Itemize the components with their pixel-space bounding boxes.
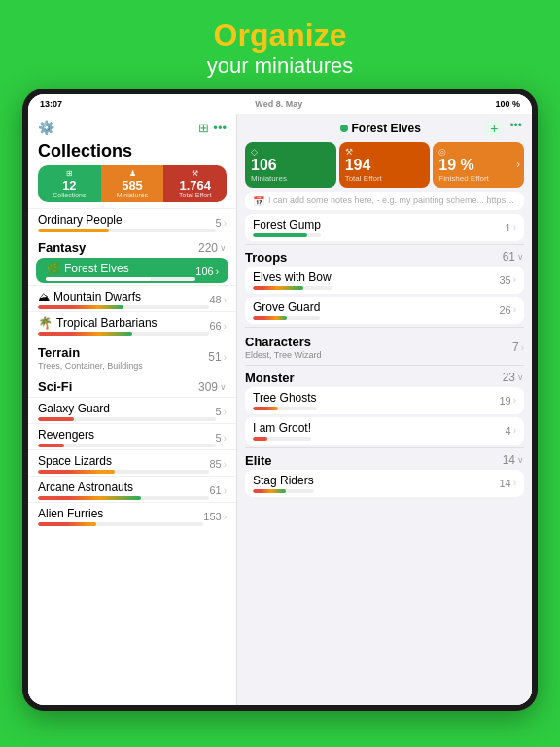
item-content: 🌿 Forest Elves <box>46 262 195 281</box>
chevron-right-icon: › <box>516 158 520 171</box>
hero-subtitle: your miniatures <box>207 53 353 79</box>
item-content: 🌴 Tropical Barbarians <box>38 316 209 336</box>
right-panel: Forest Elves + ••• ◇ 106 Miniatures <box>237 114 532 705</box>
section-count: 7 › <box>512 340 524 354</box>
collections-label: Collections <box>52 192 86 198</box>
section-name: Terrain <box>38 345 80 360</box>
right-item-forest-gump[interactable]: Forest Gump 1 › <box>245 214 524 241</box>
hero-title: Organize <box>207 18 353 53</box>
right-item-grove-guard[interactable]: Grove Guard 26 › <box>245 297 524 324</box>
add-icon[interactable]: + <box>484 119 504 138</box>
item-name: Revengers <box>38 428 216 442</box>
effort-icon: ⚒ <box>192 169 198 178</box>
section-name: Elite <box>245 453 271 468</box>
section-header-scifi[interactable]: Sci-Fi 309 ∨ <box>28 374 236 397</box>
item-count: 26 <box>499 304 510 316</box>
item-count: 5 <box>216 406 222 417</box>
item-content: Space Lizards <box>38 454 209 474</box>
right-item-tree-ghosts[interactable]: Tree Ghosts 19 › <box>245 387 524 414</box>
item-right: 5 › <box>216 406 227 417</box>
left-header-icons: ⚙️ <box>38 120 54 135</box>
item-content: Stag Riders <box>253 474 314 493</box>
tropical-icon: 🌴 <box>38 316 52 330</box>
left-header-right-icons: ⊞ ••• <box>198 121 227 135</box>
list-item-tropical[interactable]: 🌴 Tropical Barbarians 66 › <box>28 311 236 338</box>
item-right: 35 › <box>499 274 516 286</box>
item-name: Elves with Bow <box>253 270 332 284</box>
section-header-monster[interactable]: Monster 23 ∨ <box>245 365 524 387</box>
item-count: 5 <box>216 432 222 444</box>
list-item-arcane[interactable]: Arcane Astronauts 61 › <box>28 476 236 502</box>
progress-fill <box>46 277 151 281</box>
hero-section: Organize your miniatures <box>207 0 353 89</box>
section-header-characters[interactable]: Characters Eldest, Tree Wizard 7 › <box>245 327 524 365</box>
settings-icon[interactable]: ⚙️ <box>38 120 54 135</box>
stat-card-effort: ⚒ 194 Total Effort <box>339 142 431 188</box>
chevron-icon: › <box>224 295 227 305</box>
section-header-fantasy[interactable]: Fantasy 220 ∨ <box>28 234 236 258</box>
section-count: 23 ∨ <box>503 371 524 384</box>
status-time: 13:07 <box>40 99 62 109</box>
item-content: Revengers <box>38 428 216 447</box>
card-number: 194 <box>345 157 425 174</box>
section-count: 220 ∨ <box>198 241 227 255</box>
list-item-forest-elves[interactable]: 🌿 Forest Elves 106 › <box>36 258 228 283</box>
section-count: 14 ∨ <box>503 453 524 467</box>
progress-bar <box>253 407 317 410</box>
more-options-icon[interactable]: ••• <box>509 119 522 138</box>
more-icon[interactable]: ••• <box>213 121 227 135</box>
collection-name: Forest Elves <box>352 122 421 135</box>
section-count: 61 ∨ <box>503 250 524 264</box>
card-label: Miniatures <box>251 174 331 183</box>
list-item-galaxy-guard[interactable]: Galaxy Guard 5 › <box>28 397 236 423</box>
chevron-icon: › <box>224 218 227 229</box>
mountain-icon: ⛰ <box>38 290 50 303</box>
item-content: I am Groot! <box>253 421 311 441</box>
list-item-alien[interactable]: Alien Furries 153 › <box>28 502 236 528</box>
item-count: 4 <box>506 425 511 437</box>
section-header-troops[interactable]: Troops 61 ∨ <box>245 244 524 267</box>
progress-fill <box>38 470 115 474</box>
effort-label: Total Effort <box>179 192 211 198</box>
item-count: 48 <box>209 294 221 305</box>
notes-bar[interactable]: 📅 I can add some notes here, - e.g. my p… <box>245 192 524 210</box>
item-right: 153 › <box>203 511 227 522</box>
card-number: 106 <box>251 157 331 174</box>
item-content: Forest Gump <box>253 218 321 237</box>
section-name: Characters <box>245 335 311 349</box>
card-number: 19 % <box>438 157 518 174</box>
progress-fill <box>253 233 307 237</box>
chevron-icon: › <box>224 321 227 332</box>
list-item-revengers[interactable]: Revengers 5 › <box>28 423 236 449</box>
item-name: Stag Riders <box>253 474 314 487</box>
section-header-terrain[interactable]: Terrain Trees, Container, Buildings 51 › <box>28 338 236 374</box>
miniatures-number: 585 <box>122 179 143 192</box>
progress-bar <box>38 444 216 447</box>
section-name: Sci-Fi <box>38 379 72 394</box>
item-right: 5 › <box>216 432 227 444</box>
right-header: Forest Elves + ••• <box>237 114 532 142</box>
right-item-elves-bow[interactable]: Elves with Bow 35 › <box>245 267 524 294</box>
item-name: Arcane Astronauts <box>38 480 209 494</box>
section-header-elite[interactable]: Elite 14 ∨ <box>245 447 524 470</box>
progress-bar <box>253 233 321 237</box>
list-item-mountain-dwarfs[interactable]: ⛰ Mountain Dwarfs 48 › <box>28 285 236 311</box>
list-item[interactable]: Ordinary People 5 › <box>28 208 236 234</box>
progress-bar <box>46 277 195 281</box>
grid-icon[interactable]: ⊞ <box>198 121 209 135</box>
item-name: Space Lizards <box>38 454 209 468</box>
item-count: 35 <box>499 274 510 286</box>
stat-card-finished[interactable]: ◎ 19 % Finished Effort › <box>433 142 524 188</box>
hammer-icon: ⚒ <box>345 147 425 157</box>
item-right: 85 › <box>209 458 227 470</box>
section-count: 51 › <box>208 350 227 364</box>
expand-icon: ∨ <box>517 373 524 382</box>
progress-bar <box>38 522 203 526</box>
progress-bar <box>253 437 311 441</box>
item-count: 85 <box>209 458 221 470</box>
list-item-space-lizards[interactable]: Space Lizards 85 › <box>28 449 236 476</box>
item-content: Arcane Astronauts <box>38 480 209 500</box>
right-item-stag-riders[interactable]: Stag Riders 14 › <box>245 470 524 497</box>
status-date: Wed 8. May <box>255 99 302 109</box>
right-item-groot[interactable]: I am Groot! 4 › <box>245 417 524 445</box>
